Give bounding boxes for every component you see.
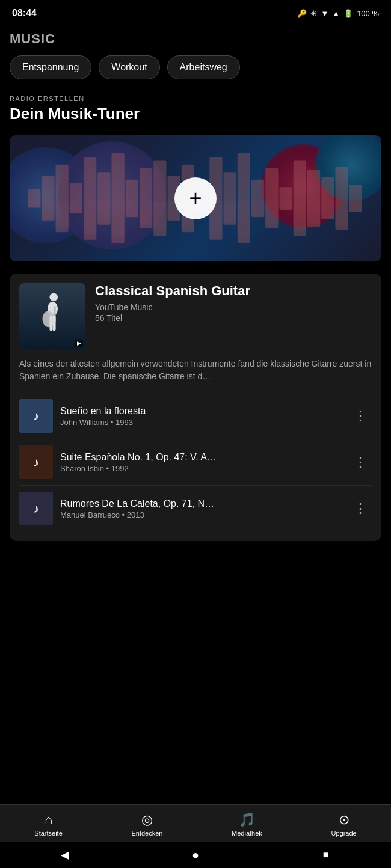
- track-artist-2: Sharon Isbin • 1992: [60, 464, 342, 473]
- svg-rect-31: [238, 201, 250, 237]
- category-chips: Entspannung Workout Arbeitsweg: [0, 49, 391, 85]
- track-item[interactable]: ♪ Suite Española No. 1, Op. 47: V. A… Sh…: [19, 439, 372, 485]
- svg-rect-7: [70, 201, 82, 213]
- svg-rect-39: [294, 201, 306, 231]
- track-thumbnail-2: ♪: [19, 445, 53, 479]
- back-icon: ◀: [61, 848, 69, 861]
- battery-pct: 100 %: [357, 9, 379, 18]
- track-item[interactable]: ♪ Rumores De La Caleta, Op. 71, N… Manue…: [19, 485, 372, 531]
- android-nav: ◀ ● ■: [0, 842, 391, 868]
- nav-entdecken-label: Entdecken: [131, 830, 162, 837]
- radio-title: Dein Musik-Tuner: [10, 105, 381, 123]
- track-name-3: Rumores De La Caleta, Op. 71, N…: [60, 498, 342, 509]
- playlist-description: Als eines der ältesten allgemein verwend…: [19, 358, 372, 383]
- track-artist-3: Manuel Barrueco • 2013: [60, 510, 342, 519]
- svg-point-48: [49, 293, 58, 301]
- nav-upgrade-label: Upgrade: [331, 830, 356, 837]
- track-info-2: Suite Española No. 1, Op. 47: V. A… Shar…: [60, 452, 342, 473]
- nav-startseite[interactable]: ⌂ Startseite: [25, 810, 72, 839]
- track-art-3: ♪: [19, 492, 53, 525]
- recents-icon: ■: [323, 849, 329, 860]
- svg-text:♪: ♪: [33, 409, 39, 423]
- upgrade-icon: ⊙: [339, 812, 349, 828]
- playlist-card: ▶ Classical Spanish Guitar YouTube Music…: [10, 274, 381, 541]
- playlist-info: Classical Spanish Guitar YouTube Music 5…: [95, 283, 372, 349]
- home-android-icon: ●: [192, 848, 199, 862]
- radio-label: RADIO ERSTELLEN: [10, 95, 381, 102]
- svg-rect-37: [280, 201, 292, 210]
- svg-text:♪: ♪: [33, 456, 39, 469]
- svg-rect-35: [265, 201, 278, 225]
- track-more-3[interactable]: ⋮: [349, 498, 372, 519]
- svg-rect-29: [224, 201, 236, 222]
- svg-rect-11: [97, 201, 110, 222]
- svg-rect-33: [251, 201, 264, 216]
- plus-button[interactable]: +: [174, 177, 217, 219]
- battery-icon: 🔋: [343, 9, 353, 18]
- home-button[interactable]: ●: [188, 848, 203, 862]
- track-art-2: ♪: [19, 445, 53, 479]
- status-icons: 🔑 ✳ ▼ ▲ 🔋 100 %: [297, 9, 379, 18]
- svg-rect-3: [42, 201, 54, 219]
- chip-arbeitsweg[interactable]: Arbeitsweg: [167, 55, 240, 79]
- svg-rect-41: [307, 201, 320, 224]
- playlist-header: ▶ Classical Spanish Guitar YouTube Music…: [19, 283, 372, 349]
- tuner-banner[interactable]: +: [10, 135, 381, 261]
- app-name: MUSIC: [10, 31, 55, 46]
- radio-section: RADIO ERSTELLEN Dein Musik-Tuner: [0, 85, 391, 135]
- app-header: MUSIC: [0, 26, 391, 49]
- nav-startseite-label: Startseite: [34, 830, 62, 837]
- key-icon: 🔑: [297, 9, 307, 18]
- track-art-1: ♪: [19, 399, 53, 433]
- playlist-count: 56 Titel: [95, 313, 372, 323]
- recents-button[interactable]: ■: [319, 848, 333, 862]
- track-more-1[interactable]: ⋮: [349, 406, 372, 426]
- bluetooth-icon: ✳: [310, 9, 317, 18]
- nav-mediathek[interactable]: 🎵 Mediathek: [222, 810, 272, 839]
- track-name-1: Sueño en la floresta: [60, 406, 342, 417]
- guitar-icon: [36, 291, 69, 342]
- svg-text:♪: ♪: [33, 502, 39, 515]
- svg-rect-52: [49, 315, 52, 331]
- track-artist-1: John Williams • 1993: [60, 418, 342, 427]
- status-bar: 08:44 🔑 ✳ ▼ ▲ 🔋 100 %: [0, 0, 391, 26]
- svg-rect-17: [140, 201, 152, 225]
- wifi-icon: ▼: [321, 9, 328, 18]
- playlist-name: Classical Spanish Guitar: [95, 283, 372, 299]
- nav-entdecken[interactable]: ◎ Entdecken: [122, 810, 172, 839]
- svg-rect-15: [126, 201, 138, 216]
- track-thumbnail-1: ♪: [19, 399, 53, 433]
- bottom-nav: ⌂ Startseite ◎ Entdecken 🎵 Mediathek ⊙ U…: [0, 804, 391, 842]
- track-info-1: Sueño en la floresta John Williams • 199…: [60, 406, 342, 427]
- home-icon: ⌂: [45, 812, 52, 828]
- svg-rect-5: [56, 201, 69, 228]
- track-name-2: Suite Española No. 1, Op. 47: V. A…: [60, 452, 342, 463]
- playlist-thumbnail[interactable]: ▶: [19, 283, 85, 349]
- track-thumbnail-3: ♪: [19, 492, 53, 525]
- svg-rect-45: [336, 201, 348, 226]
- playlist-source: YouTube Music: [95, 302, 372, 312]
- back-button[interactable]: ◀: [58, 848, 72, 862]
- svg-rect-13: [112, 201, 125, 237]
- library-icon: 🎵: [239, 812, 255, 828]
- track-item[interactable]: ♪ Sueño en la floresta John Williams • 1…: [19, 393, 372, 439]
- svg-rect-43: [321, 201, 334, 218]
- svg-rect-19: [153, 201, 166, 231]
- svg-rect-1: [28, 201, 40, 208]
- svg-rect-9: [84, 201, 96, 234]
- chip-entspannung[interactable]: Entspannung: [10, 55, 91, 79]
- discover-icon: ◎: [141, 812, 153, 828]
- svg-rect-53: [52, 315, 55, 331]
- yt-logo: ▶: [75, 340, 83, 347]
- status-time: 08:44: [12, 8, 37, 19]
- track-more-2[interactable]: ⋮: [349, 452, 372, 472]
- track-info-3: Rumores De La Caleta, Op. 71, N… Manuel …: [60, 498, 342, 519]
- signal-icon: ▲: [332, 9, 340, 18]
- svg-rect-47: [349, 201, 362, 212]
- nav-upgrade[interactable]: ⊙ Upgrade: [321, 810, 366, 839]
- chip-workout[interactable]: Workout: [99, 55, 159, 79]
- nav-mediathek-label: Mediathek: [232, 830, 262, 837]
